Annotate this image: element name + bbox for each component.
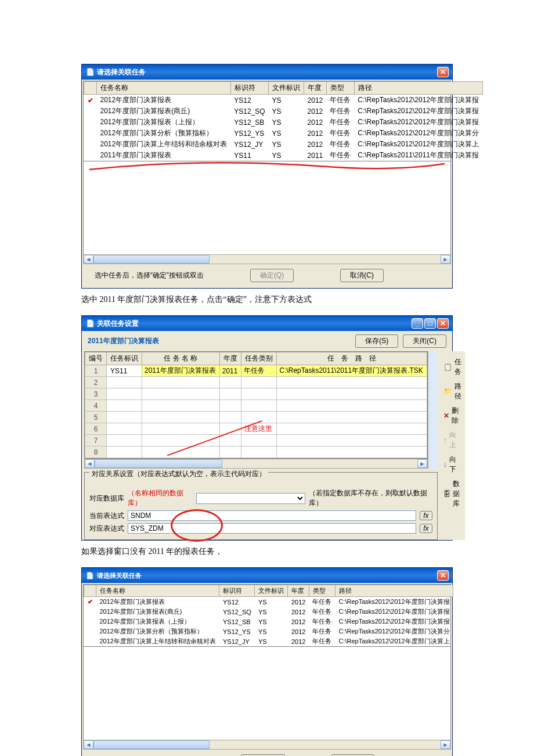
dialog2-title-bar[interactable]: 📄 关联任务设置 _ □ ✕ bbox=[82, 316, 452, 331]
col-type[interactable]: 类型 bbox=[326, 82, 354, 95]
app-icon: 📄 bbox=[85, 319, 95, 328]
scroll-thumb[interactable] bbox=[93, 740, 210, 749]
footer-hint: 选中任务后，选择“确定”按钮或双击 bbox=[95, 271, 204, 280]
ok-button[interactable]: 确定(Q) bbox=[250, 269, 294, 282]
dialog3-title-text: 请选择关联任务 bbox=[97, 571, 142, 580]
horizontal-scrollbar[interactable]: ◄ ► bbox=[83, 740, 451, 750]
task-icon: 📋 bbox=[443, 363, 452, 371]
col-name[interactable]: 任务名称 bbox=[97, 82, 231, 95]
cur-expr-label: 当前表达式 bbox=[89, 511, 124, 521]
db-hint2: （若指定数据库不存在，则取默认数据库） bbox=[309, 488, 432, 508]
dialog2-title-text: 关联任务设置 bbox=[97, 319, 139, 329]
database-icon: 🗄 bbox=[443, 490, 450, 498]
task-table-3[interactable]: 任务名称 标识符 文件标识 年度 类型 路径 ✔2012年度部门决算报表YS12… bbox=[84, 585, 453, 646]
scroll-left-icon[interactable]: ◄ bbox=[84, 255, 93, 264]
col-file[interactable]: 文件标识 bbox=[269, 82, 304, 95]
dialog2-subtitle: 2011年度部门决算报表 bbox=[88, 336, 159, 346]
cur-expr-input[interactable] bbox=[128, 510, 416, 521]
doc-text-2: 如果选择窗口没有 2011 年的报表任务， bbox=[81, 546, 453, 557]
col-taskpath[interactable]: 任 务 路 径 bbox=[277, 352, 427, 365]
scroll-right-icon[interactable]: ► bbox=[417, 459, 427, 468]
side-db-button[interactable]: 🗄数据库 bbox=[442, 477, 463, 511]
dialog-title-text: 请选择关联任务 bbox=[97, 67, 146, 77]
relation-group-title: 对应关系设置（对应表达式默认为空，表示主代码对应） bbox=[89, 469, 268, 479]
side-toolbar: 📋任务 📁路径 ✕删除 ↑向上 ↓向下 🗄数据库 bbox=[440, 351, 465, 540]
table-row[interactable]: ✔2012年度部门决算报表YS12YS2012年任务C:\RepTasks201… bbox=[84, 597, 453, 607]
cancel-button[interactable]: 取消(C) bbox=[340, 269, 384, 282]
close-button[interactable]: 关闭(C) bbox=[403, 334, 446, 348]
dialog-title-bar[interactable]: 📄 请选择关联任务 ✕ bbox=[82, 64, 452, 80]
up-icon: ↑ bbox=[443, 436, 447, 444]
db-select[interactable] bbox=[196, 493, 305, 504]
scroll-right-icon[interactable]: ► bbox=[441, 255, 450, 264]
task-table[interactable]: 任务名称 标识符 文件标识 年度 类型 路径 ✔2012年度部门决算报表YS12… bbox=[84, 81, 483, 161]
table-row[interactable]: 2012年度部门决算报表(商丘)YS12_SQYS2012年任务C:\RepTa… bbox=[84, 607, 453, 617]
select-task-dialog-2: 📄 请选择关联任务 ✕ 任务名称 标识符 文件标识 年度 类型 路径 ✔2012… bbox=[81, 567, 453, 756]
db-hint: （名称相同的数据库） bbox=[128, 488, 193, 508]
path-icon: 📁 bbox=[443, 387, 452, 395]
table-row[interactable]: 1 YS11 2011年度部门决算报表 2011 年任务 C:\RepTasks… bbox=[85, 365, 427, 377]
grid-hscroll[interactable]: ◄ ► bbox=[84, 459, 428, 469]
fx-button[interactable]: fx bbox=[420, 524, 432, 533]
empty-rows-area bbox=[83, 161, 451, 254]
match-expr-input[interactable] bbox=[128, 523, 416, 534]
close-icon[interactable]: ✕ bbox=[437, 570, 449, 581]
minimize-icon[interactable]: _ bbox=[412, 318, 423, 329]
vertical-scrollbar[interactable] bbox=[428, 351, 438, 469]
close-icon[interactable]: ✕ bbox=[437, 67, 449, 77]
scroll-thumb[interactable] bbox=[95, 459, 222, 468]
delete-icon: ✕ bbox=[443, 412, 449, 420]
side-delete-button[interactable]: ✕删除 bbox=[442, 404, 463, 428]
down-icon: ↓ bbox=[443, 460, 447, 469]
match-expr-label: 对应表达式 bbox=[89, 524, 124, 534]
scroll-left-icon[interactable]: ◄ bbox=[85, 459, 95, 468]
table-row[interactable]: 2012年度部门决算报表(商丘)YS12_SQYS2012年任务C:\RepTa… bbox=[84, 106, 483, 117]
col-year[interactable]: 年度 bbox=[304, 82, 327, 95]
empty-rows-area bbox=[83, 647, 451, 740]
scroll-left-icon[interactable]: ◄ bbox=[84, 740, 93, 749]
select-task-dialog-1: 📄 请选择关联任务 ✕ 任务名称 标识符 文件标识 年度 类型 路径 ✔2012… bbox=[81, 64, 453, 289]
col-year[interactable]: 年度 bbox=[219, 352, 241, 365]
horizontal-scrollbar[interactable]: ◄ ► bbox=[83, 254, 451, 264]
db-label: 对应数据库 bbox=[89, 494, 124, 503]
table-row[interactable]: ✔2012年度部门决算报表YS12YS2012年任务C:\RepTasks201… bbox=[84, 95, 483, 106]
dialog3-title-bar[interactable]: 📄 请选择关联任务 ✕ bbox=[82, 568, 452, 583]
table-row[interactable]: 2012年度部门决算上年结转和结余核对表YS12_JYYS2012年任务C:\R… bbox=[84, 139, 483, 150]
col-path[interactable]: 路径 bbox=[354, 82, 482, 95]
col-taskname[interactable]: 任 务 名 称 bbox=[142, 352, 220, 365]
maximize-icon[interactable]: □ bbox=[424, 318, 436, 329]
relation-settings-group: 对应关系设置（对应表达式默认为空，表示主代码对应） 对应数据库 （名称相同的数据… bbox=[84, 472, 438, 540]
note-here: 注意这里 bbox=[241, 423, 277, 435]
col-num[interactable]: 编号 bbox=[85, 352, 107, 365]
table-row[interactable]: 2012年度部门决算上年结转和结余核对表YS12_JYYS2012年任务C:\R… bbox=[84, 636, 453, 646]
fx-button[interactable]: fx bbox=[420, 511, 432, 520]
scroll-thumb[interactable] bbox=[93, 255, 210, 264]
doc-text-1: 选中 2011 年度部门决算报表任务，点击“确定”，注意下方表达式 bbox=[81, 294, 453, 305]
check-icon: ✔ bbox=[88, 96, 93, 105]
check-icon: ✔ bbox=[88, 598, 93, 605]
side-path-button[interactable]: 📁路径 bbox=[442, 379, 463, 404]
save-button[interactable]: 保存(S) bbox=[355, 334, 398, 348]
table-row[interactable]: 2012年度部门决算报表（上报）YS12_SBYS2012年任务C:\RepTa… bbox=[84, 617, 453, 627]
side-down-button[interactable]: ↓向下 bbox=[442, 452, 463, 477]
side-task-button[interactable]: 📋任务 bbox=[442, 355, 463, 379]
table-row[interactable]: 2012年度部门决算分析（预算指标）YS12_YSYS2012年任务C:\Rep… bbox=[84, 627, 453, 636]
close-icon[interactable]: ✕ bbox=[437, 318, 449, 329]
app-icon: 📄 bbox=[85, 571, 95, 580]
col-tasktype[interactable]: 任务类别 bbox=[241, 352, 277, 365]
table-row[interactable]: 2012年度部门决算分析（预算指标）YS12_YSYS2012年任务C:\Rep… bbox=[84, 128, 483, 139]
table-row[interactable]: 2012年度部门决算报表（上报）YS12_SBYS2012年任务C:\RepTa… bbox=[84, 117, 483, 128]
relation-grid[interactable]: 编号 任务标识 任 务 名 称 年度 任务类别 任 务 路 径 1 YS1 bbox=[84, 351, 428, 459]
table-row[interactable]: 2011年度部门决算报表YS11YS2011年任务C:\RepTasks2011… bbox=[84, 150, 483, 161]
side-up-button[interactable]: ↑向上 bbox=[442, 428, 463, 452]
scroll-right-icon[interactable]: ► bbox=[441, 740, 450, 749]
app-icon: 📄 bbox=[85, 67, 95, 77]
col-taskid[interactable]: 任务标识 bbox=[107, 352, 142, 365]
relation-settings-dialog: 📄 关联任务设置 _ □ ✕ 2011年度部门决算报表 保存(S) 关闭(C) … bbox=[81, 315, 453, 541]
col-id[interactable]: 标识符 bbox=[230, 82, 268, 95]
